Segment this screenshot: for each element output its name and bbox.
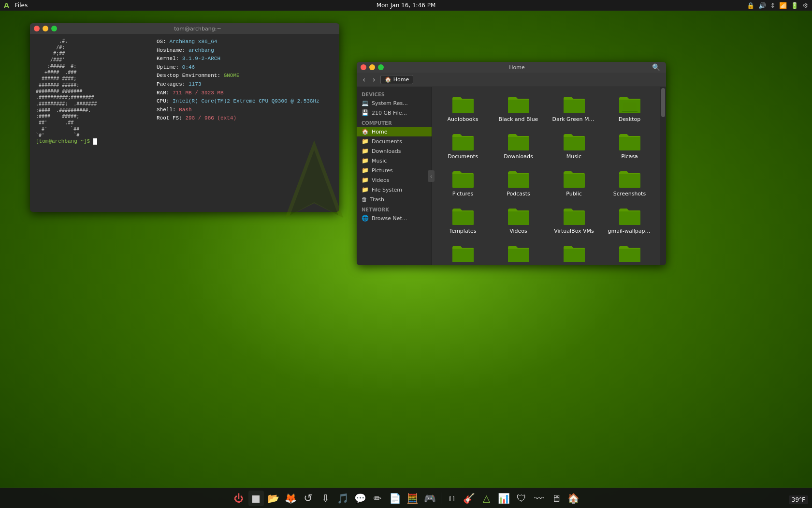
- folder-public-icon: [563, 169, 586, 189]
- de-key: Desktop Environment:: [157, 73, 224, 78]
- folder-picasa-label: Picasa: [621, 153, 638, 160]
- sidebar-item-music[interactable]: 📁 Music: [357, 156, 432, 165]
- folder-podcasts[interactable]: Podcasts: [492, 165, 545, 201]
- game-taskbar-icon[interactable]: 🎮: [422, 491, 438, 506]
- folder-desktop-icon: [618, 95, 641, 114]
- fm-forward-button[interactable]: ›: [370, 74, 377, 85]
- fm-network-header: Network: [357, 204, 432, 213]
- folder-documents-icon: [451, 132, 475, 151]
- folder-templates[interactable]: Templates: [436, 203, 490, 238]
- sidebar-filesystem-label: File System: [372, 187, 402, 193]
- fm-content: Devices 💻 System Res... 💾 210 GB File...…: [357, 87, 666, 265]
- sidebar-pictures-label: Pictures: [372, 167, 393, 174]
- sidebar-divider: ‹: [432, 87, 432, 265]
- sidebar-browse-net-label: Browse Net...: [372, 215, 407, 222]
- spreadsheet-taskbar-icon[interactable]: 🧮: [405, 491, 420, 506]
- folder-jamestown[interactable]: jamestown: [603, 240, 656, 265]
- svg-rect-2: [623, 103, 637, 110]
- folder-black-and-blue-icon: [507, 95, 530, 114]
- fm-scrollbar-thumb[interactable]: [661, 88, 665, 117]
- folder-downloads[interactable]: Downloads: [492, 128, 545, 164]
- sidebar-toggle-button[interactable]: ‹: [428, 170, 435, 182]
- home-sidebar-icon: 🏠: [362, 128, 369, 135]
- chat-taskbar-icon[interactable]: 💬: [353, 491, 368, 506]
- files-taskbar-icon[interactable]: 📂: [266, 491, 281, 506]
- display-taskbar-icon[interactable]: 🖥: [549, 491, 564, 506]
- folder-pictures[interactable]: Pictures: [436, 165, 490, 201]
- terminal-minimize-button[interactable]: [43, 26, 48, 31]
- sidebar-item-videos[interactable]: 📁 Videos: [357, 175, 432, 185]
- folder-jamestown-icon: [618, 244, 641, 263]
- folder-gnucash[interactable]: gnucash: [436, 240, 490, 265]
- sidebar-documents-label: Documents: [372, 138, 402, 145]
- fm-sidebar: Devices 💻 System Res... 💾 210 GB File...…: [357, 87, 432, 265]
- sidebar-210gb-label: 210 GB File...: [372, 110, 407, 116]
- terminal-maximize-button[interactable]: [51, 26, 57, 31]
- edit-taskbar-icon[interactable]: ✏: [370, 491, 386, 506]
- sidebar-item-trash[interactable]: 🗑 Trash: [357, 194, 432, 204]
- folder-virtualbox-vms[interactable]: VirtualBox VMs: [547, 203, 601, 238]
- sidebar-item-filesystem[interactable]: 📁 File System: [357, 185, 432, 194]
- sidebar-item-system-res[interactable]: 💻 System Res...: [357, 98, 432, 108]
- sidebar-item-downloads[interactable]: 📁 Downloads: [357, 146, 432, 156]
- refresh-taskbar-icon[interactable]: ↺: [301, 491, 316, 506]
- fm-close-button[interactable]: [361, 64, 366, 70]
- taskbar-separator-1: [441, 493, 441, 504]
- firefox-taskbar-icon[interactable]: 🦊: [283, 491, 299, 506]
- folder-audiobooks-label: Audiobooks: [448, 116, 478, 122]
- home-taskbar-icon[interactable]: 🏠: [566, 491, 581, 506]
- fm-scrollbar[interactable]: [660, 87, 666, 265]
- folder-iso-icon: [563, 244, 586, 263]
- folder-documents[interactable]: Documents: [436, 128, 490, 164]
- folder-iso[interactable]: iso: [547, 240, 601, 265]
- sidebar-item-browse-net[interactable]: 🌐 Browse Net...: [357, 213, 432, 223]
- terminal-taskbar-icon[interactable]: ■: [248, 491, 264, 506]
- folder-public-label: Public: [566, 191, 582, 197]
- folder-public[interactable]: Public: [547, 165, 601, 201]
- fm-maximize-button[interactable]: [378, 64, 384, 70]
- fm-back-button[interactable]: ‹: [361, 74, 367, 85]
- folder-picasa-icon: [618, 132, 641, 151]
- fm-search-button[interactable]: 🔍: [650, 63, 662, 71]
- activity-taskbar-icon[interactable]: 〰: [531, 491, 547, 506]
- downloads-sidebar-icon: 📁: [362, 148, 369, 154]
- security-taskbar-icon[interactable]: 🛡: [514, 491, 529, 506]
- fm-folder-grid: Audiobooks Black and Blue Dark Green Mac…: [436, 91, 656, 265]
- media2-taskbar-icon[interactable]: 🎸: [462, 491, 477, 506]
- terminal-close-button[interactable]: [34, 26, 40, 31]
- folder-dark-green-machine-label: Dark Green Machine: [552, 116, 596, 122]
- doc-taskbar-icon[interactable]: 📄: [388, 491, 403, 506]
- fm-minimize-button[interactable]: [369, 64, 375, 70]
- folder-videos[interactable]: Videos: [492, 203, 545, 238]
- sysinfo-taskbar-icon[interactable]: 📊: [496, 491, 512, 506]
- folder-music[interactable]: Music: [547, 128, 601, 164]
- folder-dark-green-machine[interactable]: Dark Green Machine: [547, 91, 601, 126]
- sidebar-item-pictures[interactable]: 📁 Pictures: [357, 165, 432, 175]
- uptime-val: 0:46: [182, 64, 195, 70]
- de-val: GNOME: [224, 73, 240, 78]
- arch-taskbar-icon[interactable]: △: [479, 491, 494, 506]
- folder-humble-games[interactable]: humble games: [492, 240, 545, 265]
- bars-taskbar-icon[interactable]: ⫿⫿: [444, 491, 460, 506]
- folder-screenshots[interactable]: Screenshots: [603, 165, 656, 201]
- uptime-key: Uptime:: [157, 64, 182, 70]
- power-button[interactable]: ⏻: [231, 491, 246, 506]
- svg-rect-3: [622, 111, 638, 112]
- transmission-taskbar-icon[interactable]: ⇩: [318, 491, 334, 506]
- sidebar-item-home[interactable]: 🏠 Home: [357, 127, 432, 136]
- music-taskbar-icon[interactable]: 🎵: [335, 491, 351, 506]
- folder-picasa[interactable]: Picasa: [603, 128, 656, 164]
- folder-virtualbox-vms-icon: [563, 207, 586, 226]
- sidebar-item-documents[interactable]: 📁 Documents: [357, 136, 432, 146]
- sidebar-videos-label: Videos: [372, 177, 390, 183]
- folder-desktop[interactable]: Desktop: [603, 91, 656, 126]
- fm-computer-header: Computer: [357, 118, 432, 127]
- folder-black-and-blue[interactable]: Black and Blue: [492, 91, 545, 126]
- folder-templates-icon: [451, 207, 475, 226]
- folder-audiobooks[interactable]: Audiobooks: [436, 91, 490, 126]
- folder-downloads-label: Downloads: [504, 153, 533, 160]
- fm-location-bar[interactable]: 🏠 Home: [380, 75, 413, 84]
- sidebar-item-210gb[interactable]: 💾 210 GB File...: [357, 108, 432, 118]
- folder-documents-label: Documents: [448, 153, 478, 160]
- folder-gmail-wallpapers[interactable]: gmail-wallpapers: [603, 203, 656, 238]
